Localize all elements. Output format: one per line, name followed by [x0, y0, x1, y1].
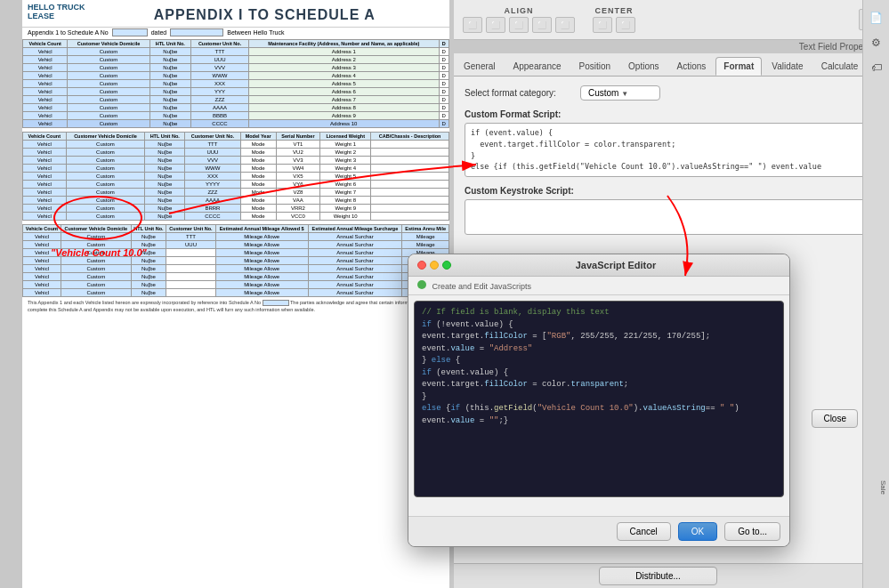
- top-toolbar: ALIGN ⬜ ⬜ ⬜ ⬜ ⬜ CENTER ⬜ ⬜ 📄: [454, 0, 889, 40]
- table-row: VehiclCustomNu[beCCCCModeVCC0Weight 10: [23, 213, 449, 221]
- dialog-ok-button[interactable]: OK: [678, 522, 717, 541]
- keystroke-script-box: [465, 199, 878, 235]
- table-2: Vehicle Count Customer Vehicle Domicile …: [22, 132, 449, 221]
- code-line-8: }: [422, 391, 776, 404]
- center-h-btn[interactable]: ⬜: [593, 17, 612, 33]
- code-editor[interactable]: // If field is blank, display this text …: [414, 301, 784, 497]
- dialog-titlebar: JavaScript Editor: [408, 254, 789, 277]
- tab-validate[interactable]: Validate: [764, 57, 811, 76]
- center-v-btn[interactable]: ⬜: [616, 17, 635, 33]
- format-content: Select format category: Custom ▼ Custom …: [454, 77, 889, 251]
- gear-icon[interactable]: ⚙: [868, 34, 885, 52]
- subtitle-text: Appendix 1 to Schedule A No: [28, 29, 109, 36]
- table-row: VehiclCustomNu[beYYYAddress 6D: [23, 88, 449, 96]
- distribute-button[interactable]: Distribute...: [599, 567, 717, 585]
- table-row: VehiclCustomNu[beTTTModeVT1Weight 1: [23, 141, 449, 149]
- dialog-goto-button[interactable]: Go to...: [724, 522, 780, 541]
- footnote: This Appendix 1 and each Vehicle listed …: [22, 297, 449, 316]
- code-line-3: event.target.fillColor = ["RGB", 255/255…: [422, 331, 776, 343]
- table-row: VehiclCustomNu[beWWWModeVW4Weight 4: [23, 165, 449, 173]
- table-row: VehiclCustomNu[beMileage AlloweAnnual Su…: [23, 281, 449, 289]
- script-line-4: else {if (this.getField("Vehicle Count 1…: [471, 161, 872, 173]
- code-line-1: // If field is blank, display this text: [422, 307, 776, 319]
- pdf-document: HELLO TRUCK LEASE APPENDIX I TO SCHEDULE…: [22, 0, 449, 588]
- center-group: CENTER ⬜ ⬜: [593, 6, 635, 33]
- tab-format[interactable]: Format: [715, 57, 762, 76]
- code-line-4: event.value = "Address": [422, 343, 776, 356]
- keystroke-label: Custom Keystroke Script:: [465, 186, 878, 196]
- tag-icon[interactable]: 🏷: [868, 59, 885, 77]
- tab-options[interactable]: Options: [620, 57, 667, 76]
- dialog-cancel-button[interactable]: Cancel: [617, 522, 671, 541]
- sale-label: Sale: [879, 480, 887, 495]
- center-label: CENTER: [594, 6, 633, 15]
- format-category-row: Select format category: Custom ▼: [465, 85, 878, 101]
- chevron-down-icon: ▼: [621, 90, 628, 98]
- script-line-1: if (event.value) {: [471, 127, 872, 139]
- dialog-body: // If field is blank, display this text …: [408, 295, 789, 503]
- close-button[interactable]: Close: [812, 409, 858, 428]
- table-row: VehiclCustomNu[beTTTMileage AlloweAnnual…: [23, 233, 449, 241]
- code-line-10: event.value = "";}: [422, 415, 776, 428]
- align-group: ALIGN ⬜ ⬜ ⬜ ⬜ ⬜: [463, 6, 575, 33]
- code-line-2: if (!event.value) {: [422, 319, 776, 332]
- subtitle-dated: dated: [151, 29, 167, 36]
- custom-format-section: Custom Format Script: if (event.value) {…: [465, 109, 878, 177]
- align-top-btn[interactable]: ⬜: [532, 17, 552, 33]
- table-row: VehiclCustomNu[beUUUAddress 2D: [23, 56, 449, 64]
- table-1: Vehicle Count Customer Vehicle Domicile …: [22, 39, 449, 128]
- format-select-value: Custom: [588, 88, 618, 98]
- align-right-btn[interactable]: ⬜: [509, 17, 529, 33]
- table-row: VehiclCustomNu[beAAAAAddress 8D: [23, 104, 449, 112]
- align-label: ALIGN: [505, 6, 534, 15]
- align-center-btn[interactable]: ⬜: [486, 17, 505, 33]
- tab-calculate[interactable]: Calculate: [813, 57, 867, 76]
- code-line-7: event.target.fillColor = color.transpare…: [422, 379, 776, 391]
- dialog-min-dot[interactable]: [430, 261, 439, 270]
- table-row: VehiclCustomNu[beBRRRModeVRR2Weight 9: [23, 205, 449, 213]
- align-bottom-btn[interactable]: ⬜: [555, 17, 575, 33]
- format-category-label: Select format category:: [465, 88, 580, 98]
- format-select-box[interactable]: Custom ▼: [580, 85, 660, 101]
- subtitle-between: Between Hello Truck: [227, 29, 284, 36]
- green-status-dot: [417, 280, 426, 289]
- right-icons-panel: 📄 ⚙ 🏷 Sale: [862, 0, 889, 588]
- keystroke-section: Custom Keystroke Script: Edit...: [465, 186, 878, 235]
- table-row: VehiclCustomNu[beMileage AlloweAnnual Su…: [23, 273, 449, 281]
- dialog-subtitle: Create and Edit JavaScripts: [408, 277, 789, 295]
- table-row: VehiclCustomNu[beAAAAModeVAAWeight 8: [23, 197, 449, 205]
- javascript-editor-dialog: JavaScript Editor Create and Edit JavaSc…: [408, 254, 790, 547]
- dialog-footer: Cancel OK Go to...: [408, 516, 789, 546]
- table-row: VehiclCustomNu[beZZZAddress 7D: [23, 96, 449, 104]
- table-row: VehiclCustomNu[beTTTAddress 1D: [23, 48, 449, 56]
- pdf-area: HELLO TRUCK LEASE APPENDIX I TO SCHEDULE…: [0, 0, 454, 588]
- dialog-close-dot[interactable]: [417, 261, 426, 270]
- table-row: VehiclCustomNu[beWWWAddress 4D: [23, 72, 449, 80]
- tab-position[interactable]: Position: [571, 57, 619, 76]
- text-field-props-header: Text Field Properties: [454, 40, 889, 53]
- distribute-bar: Distribute...: [454, 563, 862, 588]
- table-row: VehiclCustomNu[beVVVAddress 3D: [23, 64, 449, 72]
- table-row-highlighted: VehiclCustomNu[beCCCCAddress 10D: [23, 120, 449, 128]
- dialog-title: JavaScript Editor: [451, 260, 780, 270]
- code-line-5: } else {: [422, 355, 776, 367]
- vehicle-count-annotation: "Vehicle Count 10.0": [51, 247, 147, 258]
- align-left-btn[interactable]: ⬜: [463, 17, 482, 33]
- pdf-icon[interactable]: 📄: [868, 9, 885, 27]
- table-row: VehiclCustomNu[beVVVModeVV3Weight 3: [23, 157, 449, 165]
- custom-format-script-box: if (event.value) { event.target.fillColo…: [465, 123, 878, 177]
- tab-general[interactable]: General: [456, 57, 504, 76]
- format-select[interactable]: Custom ▼: [580, 85, 660, 101]
- tab-actions[interactable]: Actions: [669, 57, 715, 76]
- table-row: VehiclCustomNu[beUUUModeVU2Weight 2: [23, 149, 449, 157]
- table-3: Vehicle Count Customer Vehicle Domicile …: [22, 224, 449, 297]
- table-row: VehiclCustomNu[beZZZModeVZ8Weight 7: [23, 189, 449, 197]
- appendix-title: APPENDIX I TO SCHEDULE A: [85, 4, 445, 25]
- tab-appearance[interactable]: Appearance: [505, 57, 570, 76]
- table-row: VehiclCustomNu[beBBBBAddress 9D: [23, 112, 449, 120]
- code-line-9: else {if (this.getField("Vehicle Count 1…: [422, 403, 776, 415]
- script-line-3: }: [471, 150, 872, 162]
- code-line-6: if (event.value) {: [422, 367, 776, 380]
- table-row: VehiclCustomNu[beXXXAddress 5D: [23, 80, 449, 88]
- dialog-max-dot[interactable]: [442, 261, 451, 270]
